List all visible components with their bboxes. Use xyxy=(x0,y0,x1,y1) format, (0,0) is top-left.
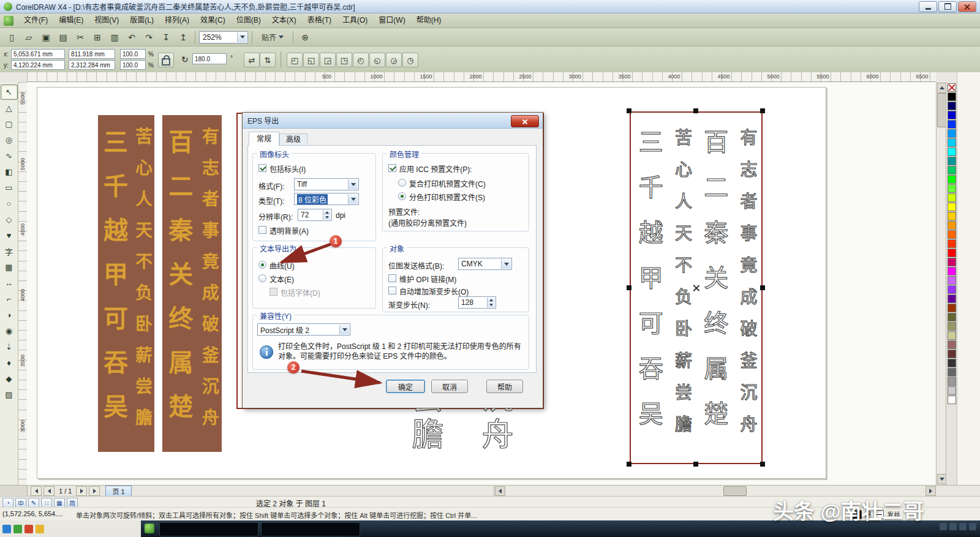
chevron-down-icon[interactable] xyxy=(237,32,247,42)
chevron-down-icon[interactable] xyxy=(348,194,358,204)
tab-general[interactable]: 常规 xyxy=(249,132,279,146)
lang-bar-icon[interactable]: ◔ xyxy=(2,498,13,508)
menu-item[interactable]: 文本(X) xyxy=(266,13,302,28)
quick-launch-icon[interactable] xyxy=(36,525,44,533)
color-swatch[interactable] xyxy=(948,350,956,358)
menu-item[interactable]: 工具(O) xyxy=(337,13,373,28)
color-swatch[interactable] xyxy=(948,258,956,266)
selection-center-mark[interactable] xyxy=(692,284,700,292)
minimize-button[interactable] xyxy=(919,1,937,12)
table-tool[interactable]: ▦ xyxy=(1,260,18,275)
selection-handle[interactable] xyxy=(760,285,765,290)
color-swatch[interactable] xyxy=(948,331,956,340)
couplet-banner-1[interactable]: 三千越甲可吞吴 苦心人天不负卧薪尝膽 xyxy=(98,115,154,452)
resolution-spinner[interactable]: 72 xyxy=(298,209,332,221)
ungroup-button[interactable]: ◱ xyxy=(303,53,319,67)
selection-handle[interactable] xyxy=(760,462,765,467)
export-as-curves-radio[interactable] xyxy=(258,261,266,269)
last-page-button[interactable] xyxy=(89,486,100,496)
apply-icc-checkbox[interactable] xyxy=(388,164,396,172)
color-swatch[interactable] xyxy=(948,129,956,138)
color-swatch[interactable] xyxy=(948,175,956,184)
color-swatch[interactable] xyxy=(948,230,956,239)
selection-handle[interactable] xyxy=(627,285,631,290)
object-y-field[interactable]: 4,120.224 mm xyxy=(11,60,65,70)
color-swatch[interactable] xyxy=(948,276,956,285)
group-button[interactable]: ◰ xyxy=(287,53,303,67)
spinner-buttons[interactable] xyxy=(323,210,331,220)
zoom-tool[interactable]: ◎ xyxy=(1,132,18,148)
redo-icon[interactable]: ↷ xyxy=(141,30,157,45)
chevron-down-icon[interactable] xyxy=(501,259,511,269)
taskbar-app-icon[interactable] xyxy=(145,524,154,533)
compatibility-select[interactable]: PostScript 级 2 xyxy=(257,323,350,336)
color-swatch[interactable] xyxy=(948,148,956,156)
lock-ratio-button[interactable] xyxy=(158,53,174,67)
previous-page-button[interactable] xyxy=(43,486,55,496)
selection-handle[interactable] xyxy=(627,462,631,467)
vertical-scrollbar[interactable] xyxy=(936,82,946,485)
color-swatch[interactable] xyxy=(948,157,956,165)
include-header-checkbox[interactable] xyxy=(258,164,266,172)
text-tool[interactable]: 字 xyxy=(1,244,18,259)
ellipse-tool[interactable]: ○ xyxy=(1,196,18,211)
drawing-canvas[interactable]: 三千越甲可吞吴 苦心人天不负卧薪尝膽 百二秦关终属楚 有志者事竟成破釜沉舟 尝膽… xyxy=(27,82,936,485)
ruler-origin[interactable] xyxy=(0,72,28,83)
menu-item[interactable]: 编辑(E) xyxy=(53,13,89,28)
taskbar-window-button[interactable] xyxy=(261,522,360,536)
color-swatch[interactable] xyxy=(948,221,956,230)
auto-fountain-checkbox[interactable] xyxy=(388,287,396,295)
vertical-scroll-thumb[interactable] xyxy=(937,93,946,127)
object-width-field[interactable]: 811.918 mm xyxy=(69,49,115,59)
composite-printer-radio[interactable] xyxy=(398,179,406,187)
lang-pen-icon[interactable]: ✎ xyxy=(28,498,39,508)
dialog-close-button[interactable] xyxy=(511,115,539,127)
type-select[interactable]: 8 位彩色 xyxy=(294,193,359,205)
color-swatch[interactable] xyxy=(948,166,956,175)
crop-tool[interactable]: ▢ xyxy=(1,116,18,132)
smart-fill-tool[interactable]: ◧ xyxy=(1,164,18,179)
color-swatch[interactable] xyxy=(948,203,956,211)
color-swatch[interactable] xyxy=(948,111,956,119)
cancel-button[interactable]: 取消 xyxy=(431,380,468,393)
couplet-banner-2[interactable]: 百二秦关终属楚 有志者事竟成破釜沉舟 xyxy=(162,115,222,452)
color-swatch[interactable] xyxy=(948,102,956,110)
pick-tool[interactable]: ↖ xyxy=(1,84,18,100)
lang-chinese-icon[interactable]: 中 xyxy=(15,498,26,508)
import-icon[interactable]: ↧ xyxy=(158,30,174,45)
menu-item[interactable]: 窗口(W) xyxy=(373,13,410,28)
quick-launch-icon[interactable] xyxy=(24,525,33,533)
selection-handle[interactable] xyxy=(627,108,631,113)
no-color-swatch[interactable] xyxy=(948,83,956,92)
menu-item[interactable]: 效果(C) xyxy=(195,13,231,28)
spinner-buttons[interactable] xyxy=(487,298,495,307)
menu-item[interactable]: 位图(B) xyxy=(231,13,266,28)
basic-shapes-tool[interactable]: ♥ xyxy=(1,228,18,243)
object-height-field[interactable]: 2,312.284 mm xyxy=(69,60,115,70)
selection-handle[interactable] xyxy=(760,108,765,113)
menu-item[interactable]: 文件(F) xyxy=(18,13,53,28)
color-swatch[interactable] xyxy=(948,92,956,101)
open-icon[interactable]: ▱ xyxy=(21,30,37,45)
color-swatch[interactable] xyxy=(948,396,956,404)
next-page-button[interactable] xyxy=(76,486,87,496)
weld-button[interactable]: ◳ xyxy=(336,53,352,67)
horizontal-scroll-thumb[interactable] xyxy=(723,486,747,496)
cut-icon[interactable]: ✂ xyxy=(72,30,88,45)
lang-panel-icon[interactable]: ▦ xyxy=(54,498,65,508)
mirror-vertical-button[interactable]: ⇅ xyxy=(260,53,276,67)
color-swatch[interactable] xyxy=(948,212,956,220)
undo-icon[interactable]: ↶ xyxy=(124,30,140,45)
tab-advanced[interactable]: 高级 xyxy=(279,133,307,146)
mirror-horizontal-button[interactable]: ⇄ xyxy=(244,53,260,67)
zoom-level-select[interactable]: 252% xyxy=(199,31,248,43)
scroll-left-button[interactable] xyxy=(495,486,505,496)
paste-icon[interactable]: ▥ xyxy=(107,30,123,45)
separations-printer-radio[interactable] xyxy=(398,192,406,200)
dimension-tool[interactable]: ↔ xyxy=(1,276,18,291)
rotation-angle-field[interactable]: 180.0 xyxy=(192,53,227,64)
snap-to-menu-button[interactable]: 贴齐 xyxy=(256,30,289,45)
menu-item[interactable]: 版面(L) xyxy=(124,13,159,28)
interactive-fill-tool[interactable]: ▨ xyxy=(1,387,18,402)
horizontal-ruler[interactable]: 5001000150020002500300035004000450050005… xyxy=(27,72,936,82)
